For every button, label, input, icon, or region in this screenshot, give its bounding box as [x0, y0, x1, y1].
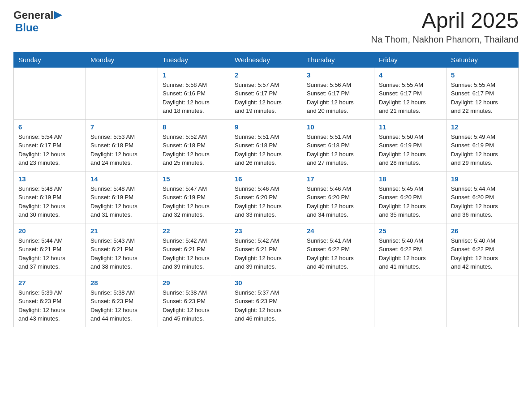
day-number: 18: [379, 175, 442, 183]
day-number: 9: [235, 123, 297, 131]
day-number: 2: [235, 71, 297, 79]
day-info: Sunrise: 5:50 AM Sunset: 6:19 PM Dayligh…: [379, 133, 442, 167]
calendar-cell: 18Sunrise: 5:45 AM Sunset: 6:20 PM Dayli…: [374, 171, 446, 223]
calendar-cell: 26Sunrise: 5:40 AM Sunset: 6:22 PM Dayli…: [446, 223, 519, 275]
day-number: 14: [90, 175, 153, 183]
col-header-saturday: Saturday: [446, 52, 519, 67]
calendar-week-row: 6Sunrise: 5:54 AM Sunset: 6:17 PM Daylig…: [14, 119, 519, 171]
calendar-cell: [14, 67, 86, 119]
calendar-cell: [302, 275, 374, 327]
calendar-table: SundayMondayTuesdayWednesdayThursdayFrid…: [13, 52, 519, 327]
calendar-cell: 17Sunrise: 5:46 AM Sunset: 6:20 PM Dayli…: [302, 171, 374, 223]
day-number: 7: [90, 123, 153, 131]
day-number: 4: [379, 71, 442, 79]
calendar-week-row: 13Sunrise: 5:48 AM Sunset: 6:19 PM Dayli…: [14, 171, 519, 223]
logo-general-text: General: [13, 9, 53, 21]
day-number: 11: [379, 123, 442, 131]
day-info: Sunrise: 5:56 AM Sunset: 6:17 PM Dayligh…: [307, 81, 369, 116]
day-info: Sunrise: 5:48 AM Sunset: 6:19 PM Dayligh…: [18, 184, 81, 219]
day-info: Sunrise: 5:38 AM Sunset: 6:23 PM Dayligh…: [90, 288, 153, 323]
calendar-cell: 3Sunrise: 5:56 AM Sunset: 6:17 PM Daylig…: [302, 67, 374, 119]
day-number: 13: [18, 175, 81, 183]
calendar-cell: 16Sunrise: 5:46 AM Sunset: 6:20 PM Dayli…: [230, 171, 302, 223]
day-info: Sunrise: 5:38 AM Sunset: 6:23 PM Dayligh…: [163, 288, 225, 323]
col-header-thursday: Thursday: [302, 52, 374, 67]
calendar-cell: 9Sunrise: 5:51 AM Sunset: 6:18 PM Daylig…: [230, 119, 302, 171]
calendar-cell: 28Sunrise: 5:38 AM Sunset: 6:23 PM Dayli…: [86, 275, 158, 327]
day-number: 30: [235, 279, 297, 287]
calendar-title: April 2025: [371, 9, 519, 33]
calendar-cell: 23Sunrise: 5:42 AM Sunset: 6:21 PM Dayli…: [230, 223, 302, 275]
calendar-cell: 10Sunrise: 5:51 AM Sunset: 6:18 PM Dayli…: [302, 119, 374, 171]
calendar-cell: 27Sunrise: 5:39 AM Sunset: 6:23 PM Dayli…: [14, 275, 86, 327]
day-number: 3: [307, 71, 369, 79]
calendar-cell: 1Sunrise: 5:58 AM Sunset: 6:16 PM Daylig…: [158, 67, 230, 119]
day-number: 8: [163, 123, 225, 131]
day-info: Sunrise: 5:44 AM Sunset: 6:20 PM Dayligh…: [451, 184, 514, 219]
col-header-sunday: Sunday: [14, 52, 86, 67]
day-info: Sunrise: 5:42 AM Sunset: 6:21 PM Dayligh…: [235, 236, 297, 271]
col-header-wednesday: Wednesday: [230, 52, 302, 67]
calendar-cell: 7Sunrise: 5:53 AM Sunset: 6:18 PM Daylig…: [86, 119, 158, 171]
calendar-week-row: 27Sunrise: 5:39 AM Sunset: 6:23 PM Dayli…: [14, 275, 519, 327]
calendar-cell: [86, 67, 158, 119]
calendar-cell: 29Sunrise: 5:38 AM Sunset: 6:23 PM Dayli…: [158, 275, 230, 327]
logo-blue-text: Blue: [15, 21, 39, 34]
calendar-cell: 14Sunrise: 5:48 AM Sunset: 6:19 PM Dayli…: [86, 171, 158, 223]
day-info: Sunrise: 5:49 AM Sunset: 6:19 PM Dayligh…: [451, 133, 514, 167]
day-info: Sunrise: 5:57 AM Sunset: 6:17 PM Dayligh…: [235, 81, 297, 116]
day-info: Sunrise: 5:55 AM Sunset: 6:17 PM Dayligh…: [451, 81, 514, 116]
calendar-cell: 24Sunrise: 5:41 AM Sunset: 6:22 PM Dayli…: [302, 223, 374, 275]
calendar-cell: 30Sunrise: 5:37 AM Sunset: 6:23 PM Dayli…: [230, 275, 302, 327]
day-info: Sunrise: 5:39 AM Sunset: 6:23 PM Dayligh…: [18, 288, 81, 323]
calendar-cell: 12Sunrise: 5:49 AM Sunset: 6:19 PM Dayli…: [446, 119, 519, 171]
day-info: Sunrise: 5:46 AM Sunset: 6:20 PM Dayligh…: [307, 184, 369, 219]
day-number: 16: [235, 175, 297, 183]
day-number: 5: [451, 71, 514, 79]
day-info: Sunrise: 5:46 AM Sunset: 6:20 PM Dayligh…: [235, 184, 297, 219]
calendar-cell: 6Sunrise: 5:54 AM Sunset: 6:17 PM Daylig…: [14, 119, 86, 171]
day-info: Sunrise: 5:51 AM Sunset: 6:18 PM Dayligh…: [235, 133, 297, 167]
day-info: Sunrise: 5:40 AM Sunset: 6:22 PM Dayligh…: [379, 236, 442, 271]
day-info: Sunrise: 5:43 AM Sunset: 6:21 PM Dayligh…: [90, 236, 153, 271]
calendar-cell: 20Sunrise: 5:44 AM Sunset: 6:21 PM Dayli…: [14, 223, 86, 275]
calendar-cell: 4Sunrise: 5:55 AM Sunset: 6:17 PM Daylig…: [374, 67, 446, 119]
day-info: Sunrise: 5:53 AM Sunset: 6:18 PM Dayligh…: [90, 133, 153, 167]
calendar-cell: 5Sunrise: 5:55 AM Sunset: 6:17 PM Daylig…: [446, 67, 519, 119]
day-number: 24: [307, 227, 369, 235]
svg-marker-0: [54, 11, 62, 19]
calendar-cell: [374, 275, 446, 327]
calendar-week-row: 20Sunrise: 5:44 AM Sunset: 6:21 PM Dayli…: [14, 223, 519, 275]
day-number: 23: [235, 227, 297, 235]
day-info: Sunrise: 5:40 AM Sunset: 6:22 PM Dayligh…: [451, 236, 514, 271]
calendar-subtitle: Na Thom, Nakhon Phanom, Thailand: [371, 34, 519, 45]
calendar-cell: 19Sunrise: 5:44 AM Sunset: 6:20 PM Dayli…: [446, 171, 519, 223]
day-number: 12: [451, 123, 514, 131]
day-number: 17: [307, 175, 369, 183]
day-info: Sunrise: 5:42 AM Sunset: 6:21 PM Dayligh…: [163, 236, 225, 271]
day-info: Sunrise: 5:55 AM Sunset: 6:17 PM Dayligh…: [379, 81, 442, 116]
day-number: 25: [379, 227, 442, 235]
calendar-cell: [446, 275, 519, 327]
day-info: Sunrise: 5:51 AM Sunset: 6:18 PM Dayligh…: [307, 133, 369, 167]
day-number: 28: [90, 279, 153, 287]
day-info: Sunrise: 5:45 AM Sunset: 6:20 PM Dayligh…: [379, 184, 442, 219]
calendar-cell: 22Sunrise: 5:42 AM Sunset: 6:21 PM Dayli…: [158, 223, 230, 275]
day-number: 15: [163, 175, 225, 183]
day-number: 26: [451, 227, 514, 235]
day-info: Sunrise: 5:52 AM Sunset: 6:18 PM Dayligh…: [163, 133, 225, 167]
col-header-monday: Monday: [86, 52, 158, 67]
logo-triangle-icon: [54, 11, 62, 19]
day-info: Sunrise: 5:48 AM Sunset: 6:19 PM Dayligh…: [90, 184, 153, 219]
day-number: 6: [18, 123, 81, 131]
col-header-tuesday: Tuesday: [158, 52, 230, 67]
day-info: Sunrise: 5:54 AM Sunset: 6:17 PM Dayligh…: [18, 133, 81, 167]
day-number: 22: [163, 227, 225, 235]
day-number: 10: [307, 123, 369, 131]
day-number: 1: [163, 71, 225, 79]
calendar-cell: 8Sunrise: 5:52 AM Sunset: 6:18 PM Daylig…: [158, 119, 230, 171]
calendar-header-row: SundayMondayTuesdayWednesdayThursdayFrid…: [14, 52, 519, 67]
day-number: 27: [18, 279, 81, 287]
day-info: Sunrise: 5:47 AM Sunset: 6:19 PM Dayligh…: [163, 184, 225, 219]
day-info: Sunrise: 5:44 AM Sunset: 6:21 PM Dayligh…: [18, 236, 81, 271]
